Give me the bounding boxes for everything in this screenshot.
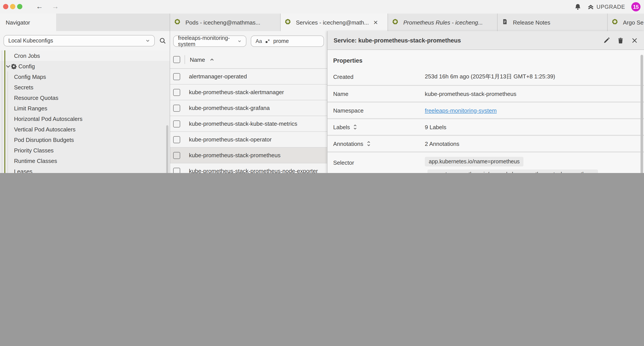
upgrade-button[interactable]: UPGRADE — [587, 3, 625, 10]
window-zoom-button[interactable] — [17, 4, 22, 9]
tab-icon — [174, 19, 182, 26]
sidebar-item[interactable]: Cron Jobs — [0, 50, 170, 61]
sort-ascending-icon[interactable] — [209, 57, 214, 62]
tab-icon — [612, 19, 620, 26]
sidebar-item-label: Config — [18, 63, 35, 69]
panel-scrollbar-thumb[interactable] — [640, 55, 643, 173]
close-icon[interactable] — [631, 37, 638, 43]
expand-sort-icon[interactable] — [366, 141, 371, 146]
property-label: Created — [333, 73, 425, 80]
table-row[interactable]: kube-prometheus-stack-prometheus — [170, 148, 327, 163]
selector-badge: app.kubernetes.io/name=prometheus — [425, 157, 524, 166]
window-titlebar: ← → UPGRADE 15 — [0, 0, 644, 14]
sidebar-item-label: Limit Ranges — [14, 105, 47, 111]
selector-badge: operator.prometheus.io/name=kube-prometh… — [428, 169, 598, 173]
row-checkbox[interactable] — [173, 120, 180, 127]
sidebar-item-label: Secrets — [14, 84, 33, 90]
sidebar-item[interactable]: Pod Disruption Budgets — [0, 134, 170, 145]
row-checkbox[interactable] — [173, 73, 180, 80]
kubeconfig-select[interactable]: Local Kubeconfigs — [4, 35, 155, 46]
match-case-toggle[interactable]: Aa — [256, 38, 262, 44]
name-column-header[interactable]: Name — [190, 56, 205, 63]
window-minimize-button[interactable] — [10, 4, 15, 9]
service-name: alertmanager-operated — [189, 73, 247, 80]
namespace-select[interactable]: freeleaps-monitoring-system — [173, 35, 246, 47]
cluster-tab[interactable]: Prometheus Rules - icecheng... — [388, 13, 498, 31]
sidebar-item[interactable]: Horizontal Pod Autoscalers — [0, 113, 170, 124]
tab-icon — [392, 19, 400, 26]
row-checkbox[interactable] — [173, 89, 180, 96]
table-row[interactable]: alertmanager-operated — [170, 69, 327, 84]
active-frame-guide — [4, 50, 5, 173]
kubeconfig-row: Local Kubeconfigs — [0, 31, 170, 50]
row-checkbox[interactable] — [173, 168, 180, 173]
edit-pencil-icon[interactable] — [603, 37, 610, 43]
sidebar-item[interactable]: Priority Classes — [0, 145, 170, 155]
sidebar-item[interactable]: Limit Ranges — [0, 103, 170, 113]
tab-icon — [285, 19, 292, 26]
table-row[interactable]: kube-prometheus-stack-kube-state-metrics — [170, 116, 327, 132]
cluster-tab[interactable]: Pods - icecheng@mathmas... — [170, 13, 280, 31]
row-checkbox[interactable] — [173, 152, 180, 159]
cluster-tabs: Pods - icecheng@mathmas... Services - ic… — [170, 13, 644, 31]
table-row[interactable]: kube-prometheus-stack-alertmanager — [170, 84, 327, 100]
service-name: kube-prometheus-stack-prometheus-node-ex… — [189, 168, 318, 173]
namespace-link[interactable]: freeleaps-monitoring-system — [425, 107, 497, 114]
sidebar-item[interactable]: Config Maps — [0, 71, 170, 82]
back-arrow-icon[interactable]: ← — [36, 2, 43, 11]
row-checkbox[interactable] — [173, 136, 180, 143]
property-label: Selector — [333, 157, 425, 166]
service-name: kube-prometheus-stack-kube-state-metrics — [189, 120, 297, 127]
sidebar-item-label: Leases — [14, 168, 32, 173]
sidebar-item[interactable]: Vertical Pod Autoscalers — [0, 124, 170, 134]
table-row[interactable]: kube-prometheus-stack-operator — [170, 132, 327, 148]
detail-panel-title: Service: kube-prometheus-stack-prometheu… — [334, 37, 461, 43]
property-row-labels: Labels 9 Labels — [328, 118, 644, 135]
navigator-tree: Cron Jobs Config Config Maps — [0, 50, 170, 173]
table-row[interactable]: kube-prometheus-stack-grafana — [170, 100, 327, 116]
navigator-tab[interactable]: Navigator — [0, 13, 56, 31]
trash-icon[interactable] — [617, 37, 624, 43]
namespace-select-value: freeleaps-monitoring-system — [178, 35, 238, 47]
service-name: kube-prometheus-stack-prometheus — [189, 152, 280, 159]
section-title-properties: Properties — [328, 50, 644, 68]
sidebar-item[interactable]: Runtime Classes — [0, 155, 170, 166]
chevron-down-icon — [238, 39, 242, 43]
sidebar-item[interactable]: Resource Quotas — [0, 92, 170, 103]
upgrade-label: UPGRADE — [596, 4, 625, 10]
sidebar-item[interactable]: Config — [0, 61, 170, 71]
property-label: Namespace — [333, 107, 425, 114]
list-search-input[interactable]: Aa * prome — [251, 35, 324, 47]
regex-dot-icon — [266, 41, 267, 43]
property-label: Name — [333, 90, 425, 97]
cluster-tab[interactable]: Argo Se — [608, 13, 644, 31]
bell-icon[interactable] — [574, 3, 581, 10]
navigator-label: Navigator — [6, 19, 30, 26]
sidebar-item[interactable]: Secrets — [0, 82, 170, 92]
sidebar-scrollbar-thumb[interactable] — [166, 125, 168, 173]
sidebar-item-label: Horizontal Pod Autoscalers — [14, 115, 82, 122]
sidebar-search-icon[interactable] — [159, 37, 166, 44]
window-close-button[interactable] — [3, 4, 8, 9]
cluster-tab[interactable]: Services - icecheng@math... ✕ — [280, 13, 388, 31]
sidebar-item-label: Pod Disruption Budgets — [14, 136, 74, 143]
regex-toggle[interactable]: * — [266, 38, 270, 44]
property-row-namespace: Namespace freeleaps-monitoring-system — [328, 102, 644, 118]
tab-label: Pods - icecheng@mathmas... — [186, 19, 260, 26]
tab-icon — [502, 19, 510, 26]
created-value: 253d 16h 6m ago (2025年1月13日 GMT+8 1:25:3… — [425, 73, 555, 81]
tab-label: Release Notes — [513, 19, 550, 26]
expand-sort-icon[interactable] — [353, 124, 358, 130]
sidebar-item[interactable]: Leases — [0, 166, 170, 173]
app-window: ← → UPGRADE 15 Navigator Pods - icecheng… — [0, 0, 644, 173]
tree-chevron-icon[interactable] — [5, 63, 11, 69]
select-all-checkbox[interactable] — [173, 56, 180, 63]
row-checkbox[interactable] — [173, 104, 180, 111]
search-query-text: prome — [273, 38, 289, 44]
cluster-tab[interactable]: Release Notes — [498, 13, 608, 31]
table-row[interactable]: kube-prometheus-stack-prometheus-node-ex… — [170, 163, 327, 173]
tab-close-icon[interactable]: ✕ — [373, 19, 378, 26]
services-table: alertmanager-operated kube-prometheus-st… — [170, 69, 327, 173]
notification-badge[interactable]: 15 — [631, 2, 640, 11]
forward-arrow-icon[interactable]: → — [52, 2, 59, 11]
